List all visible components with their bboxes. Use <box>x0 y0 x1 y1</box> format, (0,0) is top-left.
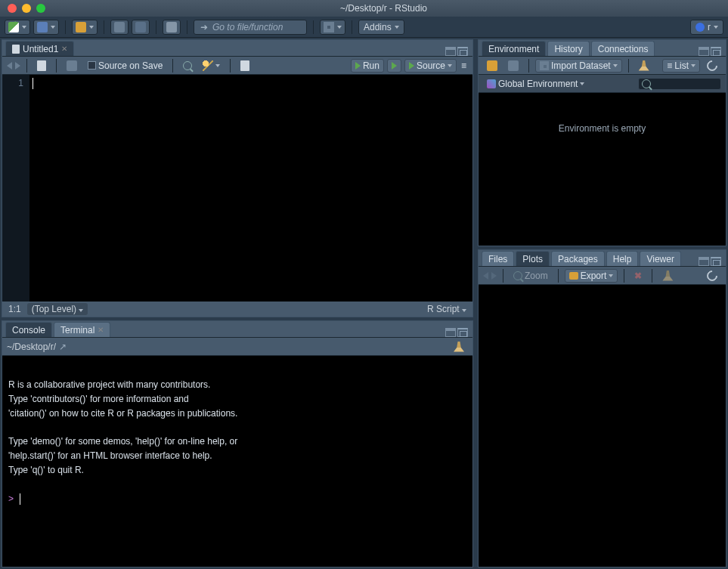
disk-icon <box>114 22 125 32</box>
minimize-pane-icon[interactable] <box>445 328 456 337</box>
maximize-pane-icon[interactable] <box>711 47 721 56</box>
zoom-icon <box>513 271 522 280</box>
clear-plots-button[interactable] <box>658 269 677 283</box>
remove-plot-button[interactable]: ✖ <box>630 269 646 283</box>
refresh-env-button[interactable] <box>703 59 721 73</box>
plot-next-icon[interactable] <box>491 272 497 280</box>
dataset-icon <box>540 61 549 70</box>
minimize-pane-icon[interactable] <box>445 47 456 56</box>
tab-viewer[interactable]: Viewer <box>640 251 680 266</box>
plots-tabbar: Files Plots Packages Help Viewer <box>479 250 726 267</box>
close-tab-icon[interactable]: ✕ <box>98 326 104 334</box>
disks-icon <box>135 22 146 32</box>
source-tab-untitled1[interactable]: Untitled1 ✕ <box>5 41 74 56</box>
clear-console-button[interactable] <box>450 340 468 354</box>
console-pane: Console Terminal ✕ ~/Desktop/r/ ↗ R is a… <box>2 320 473 567</box>
console-prompt: > <box>8 493 14 504</box>
rerun-button[interactable] <box>387 59 401 73</box>
import-dataset-button[interactable]: Import Dataset <box>535 59 622 73</box>
console-toolbar: ~/Desktop/r/ ↗ <box>2 338 472 356</box>
save-button[interactable] <box>110 20 129 35</box>
console-output[interactable]: R is a collaborative project with many c… <box>2 356 472 567</box>
outline-toggle-button[interactable]: ≡ <box>460 59 468 73</box>
refresh-icon <box>705 268 720 283</box>
source-pane: Untitled1 ✕ Source on Save <box>2 39 473 317</box>
source-on-save-toggle[interactable]: Source on Save <box>84 59 166 73</box>
env-body: Environment is empty <box>479 93 726 246</box>
show-in-new-window-button[interactable] <box>33 59 50 73</box>
plots-toolbar: Zoom Export ✖ <box>479 267 726 285</box>
export-icon <box>569 272 578 280</box>
nav-forward-icon[interactable] <box>15 62 20 70</box>
env-scope-bar: Global Environment <box>479 75 726 93</box>
env-empty-message: Environment is empty <box>559 123 646 134</box>
view-mode-button[interactable]: ≡ List <box>662 59 700 73</box>
line-gutter: 1 <box>2 75 29 302</box>
print-button[interactable] <box>163 20 181 35</box>
close-window-icon[interactable] <box>8 4 17 13</box>
window-title: ~/Desktop/r - RStudio <box>45 3 722 14</box>
minimize-pane-icon[interactable] <box>699 47 709 56</box>
notebook-icon <box>240 60 249 71</box>
env-tabbar: Environment History Connections <box>479 40 726 57</box>
tab-help[interactable]: Help <box>606 251 639 266</box>
tab-environment[interactable]: Environment <box>482 41 546 56</box>
clear-env-button[interactable] <box>635 59 653 73</box>
save-workspace-button[interactable] <box>504 59 522 73</box>
refresh-plots-button[interactable] <box>703 269 721 283</box>
language-mode[interactable]: R Script <box>427 304 466 314</box>
nav-back-icon[interactable] <box>7 62 12 70</box>
tab-history[interactable]: History <box>547 41 589 56</box>
goto-file-function-input[interactable]: ➜ Go to file/function <box>194 20 307 35</box>
refresh-icon <box>705 58 720 73</box>
export-plot-button[interactable]: Export <box>565 269 618 283</box>
source-tabbar: Untitled1 ✕ <box>2 40 472 57</box>
popout-icon <box>37 60 46 71</box>
panes-button[interactable] <box>320 20 345 35</box>
new-file-button[interactable] <box>5 20 30 35</box>
tab-connections[interactable]: Connections <box>591 41 655 56</box>
minimize-window-icon[interactable] <box>22 4 31 13</box>
addins-button[interactable]: Addins <box>358 20 404 35</box>
zoom-window-icon[interactable] <box>36 4 45 13</box>
find-replace-button[interactable] <box>179 59 196 73</box>
code-tools-button[interactable] <box>199 59 224 73</box>
maximize-pane-icon[interactable] <box>457 47 468 56</box>
tab-plots[interactable]: Plots <box>516 251 550 266</box>
remove-icon: ✖ <box>634 271 642 281</box>
save-all-button[interactable] <box>132 20 150 35</box>
code-editor[interactable]: 1 <box>2 75 472 302</box>
disk-icon <box>67 60 77 71</box>
tab-console[interactable]: Console <box>5 322 52 337</box>
maximize-pane-icon[interactable] <box>711 257 721 266</box>
save-source-button[interactable] <box>63 59 81 73</box>
wand-icon <box>203 60 213 71</box>
scope-selector[interactable]: (Top Level) <box>27 303 88 315</box>
maximize-pane-icon[interactable] <box>457 328 468 337</box>
env-search-input[interactable] <box>638 78 721 90</box>
run-button[interactable]: Run <box>351 59 384 73</box>
plot-prev-icon[interactable] <box>483 272 488 280</box>
zoom-plot-button[interactable]: Zoom <box>510 269 552 283</box>
traffic-lights <box>8 4 45 13</box>
code-area[interactable] <box>29 75 472 302</box>
source-button[interactable]: Source <box>404 59 457 73</box>
close-tab-icon[interactable]: ✕ <box>61 45 67 53</box>
r-logo-icon <box>695 23 705 32</box>
wd-browse-icon[interactable]: ↗ <box>59 342 67 352</box>
env-scope-selector[interactable]: Global Environment <box>483 77 588 91</box>
tab-packages[interactable]: Packages <box>551 251 605 266</box>
tab-files[interactable]: Files <box>482 251 514 266</box>
project-menu[interactable]: r <box>690 20 723 35</box>
play-icon <box>355 62 361 70</box>
document-icon <box>12 45 20 54</box>
broom-icon <box>662 271 673 281</box>
load-workspace-button[interactable] <box>483 59 501 73</box>
folder-icon <box>76 22 86 32</box>
open-file-button[interactable] <box>72 20 98 35</box>
minimize-pane-icon[interactable] <box>699 257 709 266</box>
new-project-button[interactable] <box>33 20 59 35</box>
compile-report-button[interactable] <box>237 59 253 73</box>
tab-terminal[interactable]: Terminal ✕ <box>54 322 110 337</box>
console-tabbar: Console Terminal ✕ <box>2 321 472 338</box>
